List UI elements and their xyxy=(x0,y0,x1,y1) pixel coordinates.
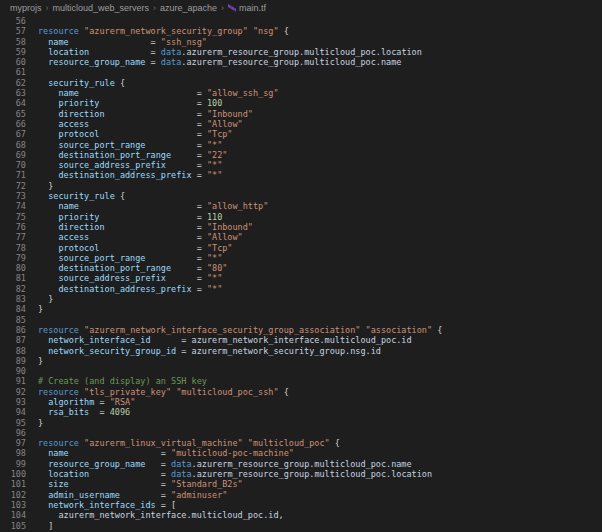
code-line[interactable]: 56 xyxy=(0,16,602,26)
line-number[interactable]: 99 xyxy=(0,459,26,469)
code-line[interactable]: 96 xyxy=(0,428,602,438)
code-line[interactable]: 97resource "azurerm_linux_virtual_machin… xyxy=(0,438,602,448)
code-line[interactable]: 91# Create (and display) an SSH key xyxy=(0,376,602,386)
code-line[interactable]: 83 } xyxy=(0,294,602,304)
code-line[interactable]: 82 destination_address_prefix = "*" xyxy=(0,284,602,294)
code-line[interactable]: 67 protocol = "Tcp" xyxy=(0,129,602,139)
code-line[interactable]: 88 network_security_group_id = azurerm_n… xyxy=(0,346,602,356)
line-number[interactable]: 89 xyxy=(0,356,26,366)
code-line[interactable]: 84} xyxy=(0,304,602,314)
code-line[interactable]: 94 rsa_bits = 4096 xyxy=(0,407,602,417)
code-line[interactable]: 64 priority = 100 xyxy=(0,98,602,108)
line-number[interactable]: 74 xyxy=(0,201,26,211)
code-line[interactable]: 98 name = "multicloud-poc-machine" xyxy=(0,448,602,458)
line-number[interactable]: 64 xyxy=(0,98,26,108)
line-number[interactable]: 95 xyxy=(0,418,26,428)
line-number[interactable]: 76 xyxy=(0,222,26,232)
code-line[interactable]: 76 direction = "Inbound" xyxy=(0,222,602,232)
line-number[interactable]: 83 xyxy=(0,294,26,304)
line-number[interactable]: 97 xyxy=(0,438,26,448)
code-line[interactable]: 99 resource_group_name = data.azurerm_re… xyxy=(0,459,602,469)
line-number[interactable]: 75 xyxy=(0,212,26,222)
line-number[interactable]: 98 xyxy=(0,448,26,458)
line-number[interactable]: 82 xyxy=(0,284,26,294)
breadcrumb-item-main-tf[interactable]: main.tf xyxy=(228,3,266,13)
line-number[interactable]: 93 xyxy=(0,397,26,407)
line-number[interactable]: 56 xyxy=(0,16,26,26)
line-number[interactable]: 58 xyxy=(0,37,26,47)
code-line[interactable]: 81 source_address_prefix = "*" xyxy=(0,273,602,283)
code-line[interactable]: 61 xyxy=(0,67,602,77)
line-number[interactable]: 72 xyxy=(0,181,26,191)
code-line[interactable]: 60 resource_group_name = data.azurerm_re… xyxy=(0,57,602,67)
line-number[interactable]: 103 xyxy=(0,500,26,510)
line-number[interactable]: 70 xyxy=(0,160,26,170)
code-line[interactable]: 103 network_interface_ids = [ xyxy=(0,500,602,510)
code-line[interactable]: 65 direction = "Inbound" xyxy=(0,109,602,119)
code-line[interactable]: 73 security_rule { xyxy=(0,191,602,201)
line-number[interactable]: 71 xyxy=(0,170,26,180)
code-line[interactable]: 95} xyxy=(0,418,602,428)
code-line[interactable]: 68 source_port_range = "*" xyxy=(0,140,602,150)
code-line[interactable]: 93 algorithm = "RSA" xyxy=(0,397,602,407)
line-number[interactable]: 87 xyxy=(0,335,26,345)
line-number[interactable]: 79 xyxy=(0,253,26,263)
code-line[interactable]: 101 size = "Standard_B2s" xyxy=(0,479,602,489)
line-number[interactable]: 101 xyxy=(0,479,26,489)
line-number[interactable]: 80 xyxy=(0,263,26,273)
line-number[interactable]: 84 xyxy=(0,304,26,314)
code-line[interactable]: 79 source_port_range = "*" xyxy=(0,253,602,263)
editor-pane[interactable]: 5657resource "azurerm_network_security_g… xyxy=(0,16,602,532)
code-line[interactable]: 75 priority = 110 xyxy=(0,212,602,222)
breadcrumb-item-azure-apache[interactable]: azure_apache xyxy=(160,3,217,13)
line-number[interactable]: 91 xyxy=(0,376,26,386)
line-number[interactable]: 57 xyxy=(0,26,26,36)
line-number[interactable]: 90 xyxy=(0,366,26,376)
line-number[interactable]: 94 xyxy=(0,407,26,417)
line-number[interactable]: 78 xyxy=(0,243,26,253)
line-number[interactable]: 73 xyxy=(0,191,26,201)
code-line[interactable]: 57resource "azurerm_network_security_gro… xyxy=(0,26,602,36)
code-line[interactable]: 85 xyxy=(0,315,602,325)
code-line[interactable]: 66 access = "Allow" xyxy=(0,119,602,129)
code-line[interactable]: 70 source_address_prefix = "*" xyxy=(0,160,602,170)
line-number[interactable]: 68 xyxy=(0,140,26,150)
code-line[interactable]: 87 network_interface_id = azurerm_networ… xyxy=(0,335,602,345)
line-number[interactable]: 66 xyxy=(0,119,26,129)
code-line[interactable]: 78 protocol = "Tcp" xyxy=(0,243,602,253)
code-line[interactable]: 62 security_rule { xyxy=(0,78,602,88)
line-number[interactable]: 92 xyxy=(0,387,26,397)
line-number[interactable]: 100 xyxy=(0,469,26,479)
code-line[interactable]: 63 name = "allow_ssh_sg" xyxy=(0,88,602,98)
line-number[interactable]: 63 xyxy=(0,88,26,98)
code-line[interactable]: 72 } xyxy=(0,181,602,191)
code-line[interactable]: 104 azurerm_network_interface.multicloud… xyxy=(0,510,602,520)
code-line[interactable]: 69 destination_port_range = "22" xyxy=(0,150,602,160)
line-number[interactable]: 81 xyxy=(0,273,26,283)
line-number[interactable]: 102 xyxy=(0,490,26,500)
line-number[interactable]: 69 xyxy=(0,150,26,160)
breadcrumb-item-multicloud-web-servers[interactable]: multicloud_web_servers xyxy=(53,3,150,13)
line-number[interactable]: 59 xyxy=(0,47,26,57)
line-number[interactable]: 88 xyxy=(0,346,26,356)
line-number[interactable]: 96 xyxy=(0,428,26,438)
code-line[interactable]: 58 name = "ssh_nsg" xyxy=(0,37,602,47)
code-line[interactable]: 100 location = data.azurerm_resource_gro… xyxy=(0,469,602,479)
code-line[interactable]: 90 xyxy=(0,366,602,376)
code-line[interactable]: 89} xyxy=(0,356,602,366)
code-line[interactable]: 74 name = "allow_http" xyxy=(0,201,602,211)
line-number[interactable]: 86 xyxy=(0,325,26,335)
code-line[interactable]: 71 destination_address_prefix = "*" xyxy=(0,170,602,180)
line-number[interactable]: 85 xyxy=(0,315,26,325)
code-line[interactable]: 59 location = data.azurerm_resource_grou… xyxy=(0,47,602,57)
line-number[interactable]: 77 xyxy=(0,232,26,242)
code-line[interactable]: 80 destination_port_range = "80" xyxy=(0,263,602,273)
code-line[interactable]: 105 ] xyxy=(0,521,602,531)
line-number[interactable]: 61 xyxy=(0,67,26,77)
line-number[interactable]: 104 xyxy=(0,510,26,520)
code-line[interactable]: 86resource "azurerm_network_interface_se… xyxy=(0,325,602,335)
code-line[interactable]: 77 access = "Allow" xyxy=(0,232,602,242)
line-number[interactable]: 60 xyxy=(0,57,26,67)
breadcrumb-item-myprojs[interactable]: myprojs xyxy=(10,3,42,13)
code-line[interactable]: 102 admin_username = "adminuser" xyxy=(0,490,602,500)
